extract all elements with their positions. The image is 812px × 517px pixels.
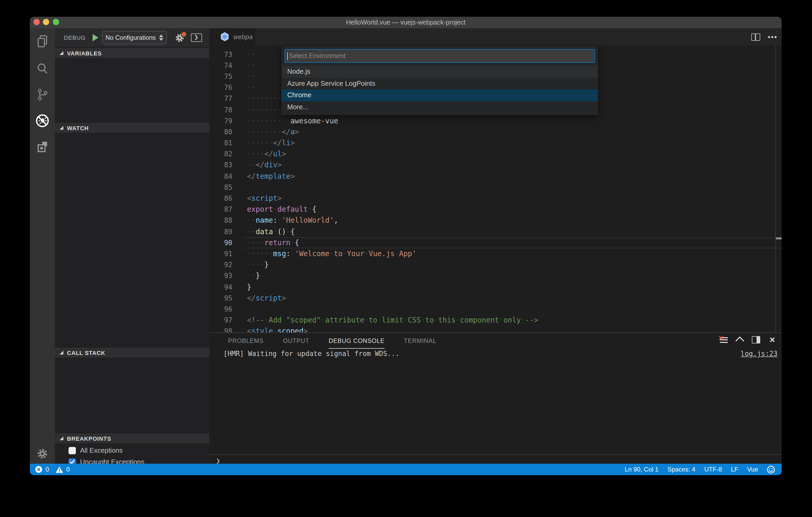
toggle-debug-console-icon[interactable]: ❯ (191, 33, 202, 42)
code-line-83[interactable]: 83··</div> (209, 160, 782, 171)
line-number[interactable]: 83 (209, 160, 232, 171)
sidebar-item-search[interactable] (30, 56, 55, 81)
code-line-89[interactable]: 89··data·()·{ (209, 226, 782, 237)
variables-body[interactable] (55, 58, 209, 123)
line-number[interactable]: 79 (209, 115, 232, 126)
code-line-93[interactable]: 93··} (209, 271, 782, 281)
call-stack-body[interactable] (55, 358, 209, 433)
line-number[interactable]: 91 (209, 248, 232, 259)
panel-tab-terminal[interactable]: TERMINAL (404, 333, 436, 350)
code-line-79[interactable]: 79··········awesome-vue (209, 115, 782, 126)
cursor-position[interactable]: Ln 90, Col 1 (625, 466, 659, 473)
console-output-row: [HMR] Waiting for update signal from WDS… (209, 349, 782, 360)
environment-search-input[interactable]: Select Environment (285, 49, 595, 63)
console-source-link[interactable]: log.js:23 (741, 350, 778, 358)
code-line-87[interactable]: 87export·default·{ (209, 204, 782, 215)
line-number[interactable]: 80 (209, 126, 232, 138)
problems-status[interactable]: 0 0 (35, 466, 70, 473)
environment-option-chrome[interactable]: Chrome (282, 89, 598, 101)
error-icon (35, 466, 42, 473)
section-header-watch[interactable]: WATCH (55, 123, 209, 133)
line-number[interactable]: 87 (209, 204, 232, 215)
sidebar-item-debug[interactable] (30, 108, 55, 133)
code-line-81[interactable]: 81······</li> (209, 138, 782, 149)
settings-button[interactable] (30, 441, 55, 466)
line-number[interactable]: 86 (209, 193, 232, 204)
code-line-82[interactable]: 82····</ul> (209, 149, 782, 160)
code-line-95[interactable]: 95</script> (209, 293, 782, 303)
sidebar-item-extensions[interactable] (30, 134, 55, 159)
split-editor-icon[interactable] (751, 33, 760, 40)
sidebar-item-explorer[interactable] (30, 29, 55, 54)
feedback-smiley-icon[interactable] (767, 465, 775, 473)
panel-layout-icon[interactable] (752, 336, 760, 343)
line-number[interactable]: 85 (209, 182, 232, 193)
line-number[interactable]: 98 (209, 326, 232, 332)
editor-tab-webpack[interactable]: webpa (209, 28, 255, 45)
code-line-92[interactable]: 92····} (209, 259, 782, 270)
environment-option-more-[interactable]: More... (282, 101, 598, 113)
code-line-84[interactable]: 84</template> (209, 171, 782, 182)
line-number[interactable]: 82 (209, 149, 232, 160)
line-number[interactable]: 95 (209, 293, 232, 303)
line-content: ····return·{ (247, 237, 299, 248)
line-content: ·· (247, 71, 256, 82)
code-line-85[interactable]: 85 (209, 182, 782, 193)
section-header-variables[interactable]: VARIABLES (55, 48, 209, 58)
environment-option-node-js[interactable]: Node.js (282, 66, 598, 78)
code-line-91[interactable]: 91······msg:·'Welcome·to·Your·Vue.js·App… (209, 248, 782, 259)
line-number[interactable]: 75 (209, 71, 232, 82)
more-actions-icon[interactable]: ••• (767, 34, 778, 39)
line-number[interactable]: 97 (209, 315, 232, 326)
code-line-96[interactable]: 96 (209, 304, 782, 315)
close-panel-icon[interactable]: ✕ (770, 336, 775, 344)
code-line-98[interactable]: 98<style·scoped> (209, 326, 782, 332)
language-mode[interactable]: Vue (747, 466, 758, 473)
code-line-90[interactable]: 90····return·{ (209, 237, 782, 248)
line-number[interactable]: 81 (209, 138, 232, 149)
panel-tab-debug-console[interactable]: DEBUG CONSOLE (328, 333, 384, 350)
sidebar-item-source-control[interactable] (30, 82, 55, 107)
environment-list: Node.jsAzure App Service LogPointsChrome… (282, 66, 598, 115)
code-line-80[interactable]: 80········</a> (209, 126, 782, 138)
line-number[interactable]: 89 (209, 226, 232, 237)
panel-tab-output[interactable]: OUTPUT (283, 333, 310, 350)
line-content: <script> (247, 193, 282, 204)
line-number[interactable]: 78 (209, 104, 232, 115)
editor-actions: ••• (751, 28, 778, 45)
line-number[interactable]: 94 (209, 281, 232, 293)
twistie-icon (59, 436, 64, 441)
section-header-call-stack[interactable]: CALL STACK (55, 347, 209, 358)
line-number[interactable]: 73 (209, 49, 232, 60)
code-line-97[interactable]: 97<!--·Add·"scoped"·attribute·to·limit·C… (209, 315, 782, 326)
environment-option-azure-app-service-logpoints[interactable]: Azure App Service LogPoints (282, 78, 598, 89)
line-number[interactable]: 84 (209, 171, 232, 182)
section-header-breakpoints[interactable]: BREAKPOINTS (55, 433, 209, 443)
watch-body[interactable] (55, 133, 209, 347)
line-number[interactable]: 93 (209, 271, 232, 281)
line-number[interactable]: 76 (209, 82, 232, 93)
title-bar[interactable]: HelloWorld.vue — vuejs-webpack-project (30, 17, 782, 28)
panel-tab-problems[interactable]: PROBLEMS (228, 333, 264, 350)
select-arrows-icon (159, 34, 163, 41)
checkbox-unchecked[interactable] (68, 447, 76, 454)
line-number[interactable]: 96 (209, 304, 232, 315)
code-line-86[interactable]: 86<script> (209, 193, 782, 204)
breakpoint-all-exceptions[interactable]: All Exceptions (55, 445, 209, 456)
maximize-panel-icon[interactable] (735, 336, 745, 345)
line-number[interactable]: 74 (209, 60, 232, 71)
start-debug-button[interactable] (92, 34, 98, 41)
eol-status[interactable]: LF (731, 466, 738, 473)
code-line-88[interactable]: 88··name:·'HelloWorld', (209, 215, 782, 226)
configure-button[interactable] (174, 32, 185, 43)
clear-console-icon[interactable]: ✕ (720, 336, 728, 343)
encoding-status[interactable]: UTF-8 (704, 466, 722, 473)
line-number[interactable]: 92 (209, 259, 232, 270)
line-number[interactable]: 72 (209, 45, 232, 49)
indentation-status[interactable]: Spaces: 4 (667, 466, 695, 473)
line-number[interactable]: 88 (209, 215, 232, 226)
line-number[interactable]: 77 (209, 93, 232, 104)
debug-configuration-select[interactable]: No Configurations (102, 31, 167, 44)
code-line-94[interactable]: 94} (209, 281, 782, 293)
line-number[interactable]: 90 (209, 237, 232, 248)
